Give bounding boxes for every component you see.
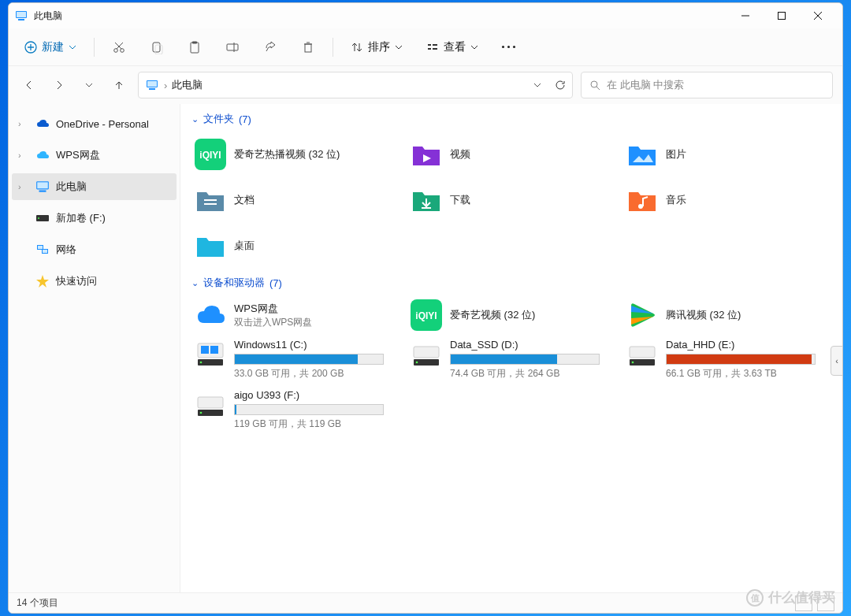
svg-point-60 [632, 362, 634, 364]
svg-rect-26 [433, 48, 437, 50]
paste-button[interactable] [181, 33, 208, 61]
forward-button[interactable] [48, 74, 70, 96]
folder-music[interactable]: 音乐 [623, 178, 831, 222]
window-title: 此电脑 [34, 9, 62, 23]
refresh-button[interactable] [555, 80, 566, 91]
svg-point-57 [416, 362, 418, 364]
preview-pane-toggle[interactable]: ‹ [831, 346, 843, 376]
chevron-right-icon[interactable]: › [18, 182, 29, 191]
drive-icon [626, 339, 658, 370]
breadcrumb-location[interactable]: 此电脑 [172, 78, 203, 92]
address-dropdown-icon[interactable] [533, 80, 542, 90]
svg-rect-44 [204, 199, 217, 201]
address-bar[interactable]: › 此电脑 [138, 72, 573, 98]
svg-text:iQIYI: iQIYI [199, 150, 221, 161]
svg-point-63 [200, 412, 203, 414]
search-input[interactable]: 在 此电脑 中搜索 [581, 72, 833, 98]
group-header-devices[interactable]: ⌄ 设备和驱动器 (7) [191, 276, 831, 290]
cloud-icon [35, 148, 50, 162]
svg-text:值: 值 [750, 593, 760, 603]
svg-rect-55 [414, 347, 439, 358]
item-count: 14 个项目 [17, 596, 58, 610]
svg-point-30 [591, 81, 597, 87]
folder-pictures[interactable]: 图片 [623, 132, 831, 176]
close-button[interactable] [800, 3, 836, 28]
capacity-bar [234, 404, 384, 415]
svg-line-31 [596, 87, 600, 90]
share-button[interactable] [257, 33, 284, 61]
device-tencent[interactable]: 腾讯视频 (32 位) [623, 296, 831, 334]
folder-desktop[interactable]: 桌面 [191, 224, 399, 268]
iqiyi-icon: iQIYI [411, 299, 442, 331]
svg-rect-29 [149, 88, 155, 90]
folder-downloads[interactable]: 下载 [407, 178, 615, 222]
copy-button[interactable] [143, 33, 170, 61]
folder-videos[interactable]: 视频 [407, 132, 615, 176]
svg-rect-1 [17, 12, 26, 17]
sort-button[interactable]: 排序 [344, 33, 409, 61]
more-button[interactable] [496, 33, 522, 61]
chevron-right-icon[interactable]: › [18, 119, 29, 128]
sidebar-item-network[interactable]: 网络 [9, 236, 180, 263]
svg-rect-51 [201, 346, 209, 354]
sidebar-item-quick-access[interactable]: 快速访问 [9, 268, 180, 295]
pc-icon [145, 78, 159, 92]
content-pane: ⌄ 文件夹 (7) iQIYI 爱奇艺热播视频 (32 位) 视频 [180, 104, 842, 592]
svg-rect-17 [192, 41, 197, 43]
sidebar-item-onedrive[interactable]: › OneDrive - Personal [9, 110, 180, 137]
svg-rect-33 [37, 182, 48, 188]
video-folder-icon [411, 139, 442, 170]
rename-button[interactable] [219, 33, 246, 61]
view-button[interactable]: 查看 [420, 33, 485, 61]
sidebar: › OneDrive - Personal › WPS网盘 › 此电脑 新加卷 … [9, 104, 180, 592]
svg-rect-20 [305, 44, 311, 52]
folder-iqiyi-hot[interactable]: iQIYI 爱奇艺热播视频 (32 位) [191, 132, 399, 176]
svg-rect-61 [198, 397, 223, 408]
music-folder-icon [626, 184, 658, 216]
statusbar: 14 个项目 [9, 592, 842, 613]
breadcrumb-separator-icon: › [164, 80, 167, 91]
device-wps[interactable]: WPS网盘 双击进入WPS网盘 [191, 296, 399, 334]
watermark: 值 什么值得买 [746, 588, 835, 607]
sidebar-item-this-pc[interactable]: › 此电脑 [12, 173, 177, 200]
drive-icon [35, 211, 50, 225]
svg-rect-16 [191, 43, 199, 53]
svg-line-12 [117, 43, 123, 49]
svg-rect-23 [428, 44, 431, 46]
group-header-folders[interactable]: ⌄ 文件夹 (7) [191, 112, 831, 126]
drive-e[interactable]: Data_HHD (E:) 66.1 GB 可用，共 3.63 TB [623, 336, 831, 384]
capacity-bar [450, 354, 600, 365]
svg-rect-28 [147, 81, 157, 87]
folder-documents[interactable]: 文档 [191, 178, 399, 222]
pc-icon [15, 9, 28, 22]
cloud-icon [35, 117, 50, 131]
delete-button[interactable] [295, 33, 321, 61]
svg-rect-25 [428, 48, 431, 50]
minimize-button[interactable] [727, 3, 764, 28]
drive-d[interactable]: Data_SSD (D:) 74.4 GB 可用，共 264 GB [407, 336, 615, 384]
new-button[interactable]: 新建 [18, 33, 83, 61]
back-button[interactable] [18, 74, 40, 96]
device-iqiyi[interactable]: iQIYI 爱奇艺视频 (32 位) [407, 296, 615, 334]
maximize-button[interactable] [764, 3, 800, 28]
network-icon [35, 243, 50, 257]
chevron-right-icon[interactable]: › [18, 150, 29, 160]
sidebar-item-wps[interactable]: › WPS网盘 [9, 142, 180, 169]
sidebar-item-drive-f[interactable]: 新加卷 (F:) [9, 205, 180, 232]
drive-f[interactable]: aigo U393 (F:) 119 GB 可用，共 119 GB [191, 386, 399, 435]
capacity-bar [234, 354, 384, 365]
cut-button[interactable] [106, 33, 132, 61]
svg-text:iQIYI: iQIYI [415, 310, 437, 321]
capacity-bar [666, 354, 816, 365]
svg-rect-14 [153, 43, 160, 52]
drive-icon [195, 389, 226, 421]
wps-cloud-icon [195, 299, 226, 331]
recent-dropdown[interactable] [78, 74, 100, 96]
svg-rect-45 [204, 203, 217, 205]
svg-rect-34 [39, 191, 46, 192]
up-button[interactable] [108, 74, 130, 96]
drive-c[interactable]: Windows11 (C:) 33.0 GB 可用，共 200 GB [191, 336, 399, 384]
iqiyi-icon: iQIYI [195, 139, 226, 170]
svg-point-11 [121, 48, 124, 52]
svg-rect-4 [779, 13, 786, 20]
